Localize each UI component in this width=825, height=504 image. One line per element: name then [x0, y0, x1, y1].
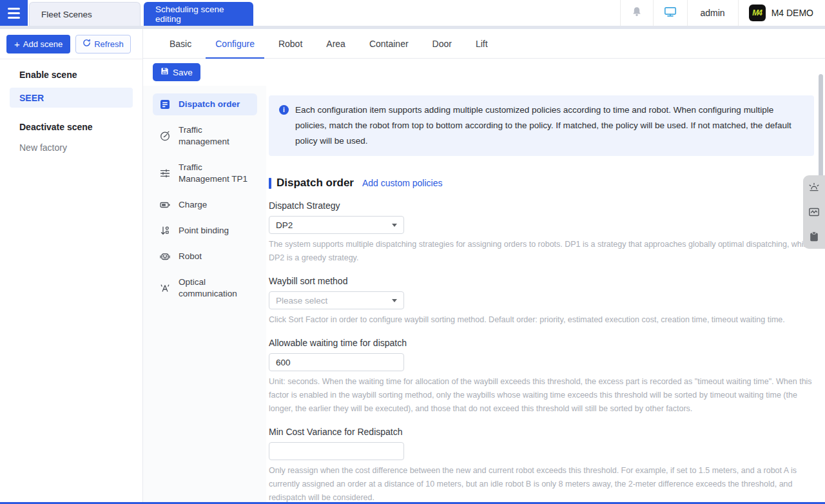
dispatch-strategy-value: DP2	[276, 220, 392, 230]
info-banner: i Each configuration item supports addin…	[269, 95, 814, 156]
min-cost-variance-help: Only reassign when the cost difference b…	[269, 464, 814, 504]
notifications-button[interactable]	[620, 0, 653, 26]
section-accent-bar	[269, 178, 271, 189]
scene-item-seer[interactable]: SEER	[10, 88, 133, 108]
enable-scene-group-label: Enable scene	[19, 70, 142, 80]
plus-icon: +	[14, 39, 20, 49]
config-nav-robot[interactable]: Robot	[153, 246, 257, 267]
config-nav-charge[interactable]: Charge	[153, 194, 257, 216]
chevron-down-icon	[392, 224, 397, 227]
add-scene-button[interactable]: + Add scene	[6, 35, 70, 53]
point-binding-icon	[159, 225, 171, 237]
top-tab-label: Scheduling scene editing	[155, 5, 242, 24]
username-label: admin	[701, 8, 725, 18]
app-window: Fleet Scenes Scheduling scene editing ad…	[0, 0, 825, 504]
user-menu[interactable]: admin	[687, 0, 738, 26]
brand-area: M4 M4 DEMO	[738, 0, 825, 26]
brand-name-label: M4 DEMO	[772, 8, 813, 18]
waybill-sort-placeholder: Please select	[276, 296, 392, 305]
dispatch-strategy-label: Dispatch Strategy	[269, 200, 814, 211]
min-cost-variance-label: Min Cost Variance for Redispatch	[269, 427, 814, 437]
info-banner-text: Each configuration item supports adding …	[295, 102, 804, 149]
form-icon	[159, 99, 171, 110]
config-nav-point-binding[interactable]: Point binding	[153, 220, 257, 242]
battery-icon	[159, 199, 171, 211]
config-nav-dispatch-order[interactable]: Dispatch order	[153, 93, 257, 115]
tab-lift[interactable]: Lift	[466, 29, 498, 58]
save-icon	[160, 67, 169, 77]
monitor-button[interactable]	[653, 0, 687, 26]
waybill-sort-help: Click Sort Factor in order to configure …	[269, 313, 814, 327]
refresh-button[interactable]: Refresh	[75, 35, 131, 53]
top-tab-fleet-scenes[interactable]: Fleet Scenes	[29, 2, 141, 26]
save-row: Save	[143, 59, 825, 86]
hamburger-menu-icon[interactable]	[0, 0, 28, 26]
clipboard-icon[interactable]	[808, 230, 820, 243]
info-icon: i	[279, 105, 289, 115]
min-cost-variance-input[interactable]	[269, 442, 404, 460]
floating-tool-panel	[803, 175, 825, 249]
robot-icon	[159, 251, 171, 262]
optical-communication-icon	[159, 282, 171, 294]
tab-configure[interactable]: Configure	[206, 29, 264, 58]
deactivate-scene-group-label: Deactivate scene	[19, 122, 142, 132]
monitor-icon	[664, 6, 677, 20]
tab-area[interactable]: Area	[316, 29, 355, 58]
top-tab-label: Fleet Scenes	[41, 10, 92, 19]
tab-basic[interactable]: Basic	[160, 29, 201, 58]
scene-item-new-factory[interactable]: New factory	[10, 137, 133, 157]
chevron-down-icon	[392, 299, 397, 302]
config-nav-optical-communication[interactable]: Optical communication	[153, 271, 257, 305]
config-nav-traffic-management[interactable]: Traffic management	[153, 119, 257, 153]
waiting-time-help: Unit: seconds. When the waiting time for…	[269, 375, 814, 416]
m4-logo: M4	[749, 5, 766, 21]
dispatch-strategy-help: The system supports multiple dispatching…	[269, 238, 814, 265]
monitor-chart-icon[interactable]	[808, 206, 820, 218]
waiting-time-label: Allowable waiting time for dispatch	[269, 338, 814, 348]
topbar-right-cluster: admin M4 M4 DEMO	[620, 0, 825, 26]
add-custom-policies-link[interactable]: Add custom policies	[362, 178, 443, 188]
scenes-sidebar: + Add scene Refresh Enable scene SEER De…	[0, 29, 143, 504]
config-nav: Dispatch order Traffic management Traffi…	[143, 86, 266, 504]
bell-icon	[631, 6, 643, 20]
alarm-siren-icon[interactable]	[808, 181, 820, 194]
waybill-sort-select[interactable]: Please select	[269, 291, 404, 309]
top-tab-scheduling-scene-editing[interactable]: Scheduling scene editing	[144, 2, 253, 26]
sidebar-buttons-row: + Add scene Refresh	[0, 29, 142, 59]
top-bar: Fleet Scenes Scheduling scene editing ad…	[0, 0, 825, 26]
tab-door[interactable]: Door	[423, 29, 461, 58]
vertical-scrollbar[interactable]	[819, 74, 823, 184]
section-title: Dispatch order	[277, 177, 354, 189]
tab-robot[interactable]: Robot	[269, 29, 312, 58]
gauge-icon	[159, 130, 171, 142]
save-button[interactable]: Save	[153, 63, 200, 81]
dispatch-strategy-select[interactable]: DP2	[269, 216, 404, 234]
detail-tabs: Basic Configure Robot Area Container Doo…	[143, 29, 825, 59]
dispatch-order-panel: i Each configuration item supports addin…	[266, 86, 825, 504]
tab-container[interactable]: Container	[360, 29, 418, 58]
refresh-icon	[82, 39, 91, 49]
sliders-icon	[159, 168, 171, 179]
waybill-sort-label: Waybill sort method	[269, 276, 814, 286]
config-nav-traffic-management-tp1[interactable]: Traffic Management TP1	[153, 157, 257, 190]
section-header: Dispatch order Add custom policies	[269, 177, 814, 189]
waiting-time-input[interactable]	[269, 353, 404, 371]
